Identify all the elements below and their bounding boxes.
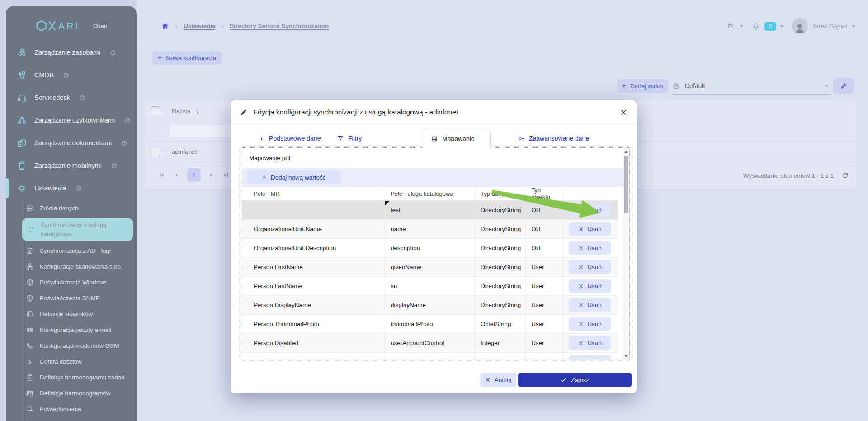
- chevron-down-icon[interactable]: [780, 25, 784, 28]
- row-checkbox[interactable]: [151, 147, 160, 156]
- sidebar-item-zarządzanie-użytkownikami[interactable]: Zarządzanie użytkownikami: [6, 109, 137, 132]
- vertical-scrollbar[interactable]: [623, 148, 629, 360]
- select-all-checkbox[interactable]: [151, 106, 160, 115]
- next-page-icon[interactable]: [208, 172, 215, 178]
- breadcrumb-link-ustawienia[interactable]: Ustawienia: [184, 23, 216, 29]
- prev-page-icon[interactable]: [173, 172, 179, 178]
- topbar-right: PL 0 Jarek Gąsior: [728, 18, 855, 34]
- mapping-row-person-disabled[interactable]: Person.DisableduserAccountControlInteger…: [242, 334, 618, 353]
- page-number-button[interactable]: 1: [187, 168, 201, 182]
- x-icon: [578, 322, 584, 327]
- scrollbar-thumb[interactable]: [624, 156, 628, 213]
- x-icon: [578, 303, 584, 308]
- sidebar-item-zarządzanie-dokumentami[interactable]: Zarządzanie dokumentami: [6, 132, 137, 154]
- mobile-icon: [17, 161, 27, 171]
- sidebar-item-servicedesk[interactable]: Servicedesk: [6, 86, 137, 109]
- avatar[interactable]: [792, 18, 808, 34]
- cancel-button[interactable]: Anuluj: [480, 373, 516, 387]
- x-icon: [578, 208, 584, 213]
- tab-zaawansowane-dane[interactable]: Zaawansowane dane: [518, 129, 589, 148]
- delete-row-button[interactable]: Usuń: [569, 279, 611, 293]
- bell-icon[interactable]: [752, 22, 760, 31]
- mapping-row-person-displayname[interactable]: Person.DisplayNamedisplayNameDirectorySt…: [242, 296, 618, 315]
- mapping-row-person-firstname[interactable]: Person.FirstNamegivenNameDirectoryString…: [242, 258, 618, 277]
- sidebar-subitem-definicja-harmonogramu-zadań[interactable]: Definicja harmonogramu zadań: [6, 369, 137, 385]
- tab-filtry[interactable]: Filtry: [337, 129, 362, 148]
- sidebar-subitem-konfiguracja-modemów-gsm[interactable]: Konfiguracja modemów GSM: [6, 338, 137, 354]
- mapping-row-person-lastname[interactable]: Person.LastNamesnDirectoryStringUserUsuń: [242, 277, 618, 296]
- section-title: Mapowanie pól: [242, 148, 629, 168]
- refresh-icon[interactable]: [841, 171, 849, 180]
- mapping-row-organizationalperson-jobtitle[interactable]: OrganizationalPerson.JobTitletitleDirect…: [242, 353, 618, 360]
- save-button[interactable]: Zapisz: [518, 373, 632, 387]
- phone-icon: [26, 342, 34, 350]
- documents-icon: [17, 138, 27, 148]
- notifications-badge[interactable]: 0: [764, 22, 776, 31]
- home-icon[interactable]: [161, 22, 170, 30]
- sidebar-item-ustawienia[interactable]: Ustawienia: [6, 177, 137, 199]
- mapping-row-organizationalunit-name[interactable]: OrganizationalUnit.NamenameDirectoryStri…: [242, 220, 618, 239]
- sidebar-subitem-synchronizacja-z-ad-logi[interactable]: Synchronizacja z AD - logi: [6, 243, 137, 259]
- add-row-button[interactable]: + Dodaj nową wartość: [247, 170, 341, 184]
- info-icon: i: [258, 135, 265, 142]
- cell-typ-danych: DirectoryString: [475, 296, 526, 315]
- mapping-row-person-thumbnailphoto[interactable]: Person.ThumbnailPhotothumbnailPhotoOctet…: [242, 315, 618, 334]
- breadcrumb-separator: ›: [175, 22, 178, 30]
- cell-typ-danych: DirectoryString: [475, 353, 526, 360]
- delete-row-button[interactable]: Usuń: [569, 317, 611, 331]
- first-page-icon[interactable]: [159, 172, 165, 178]
- logo[interactable]: ARI Oxari: [6, 6, 137, 35]
- cell-pole-ldap: title: [385, 353, 475, 360]
- add-view-button[interactable]: + Dodaj widok: [617, 79, 668, 93]
- scroll-down-icon[interactable]: [623, 353, 629, 359]
- tab-label: Mapowanie: [442, 135, 475, 142]
- delete-row-button[interactable]: Usuń: [569, 355, 611, 360]
- mapping-row-test[interactable]: testDirectoryStringOUUsuń: [242, 201, 618, 220]
- sidebar-main-nav: Zarządzanie zasobamiCMDBServicedeskZarzą…: [6, 41, 137, 199]
- sidebar-subitem-centra-kosztów[interactable]: $Centra kosztów: [6, 354, 137, 369]
- sidebar-item-zarządzanie-mobilnymi[interactable]: Zarządzanie mobilnymi: [6, 154, 137, 177]
- shield-icon: [26, 294, 34, 303]
- sidebar-subitem-poświadczenia-windows[interactable]: Poświadczenia Windows: [6, 274, 137, 290]
- x-icon: [485, 377, 491, 383]
- sidebar-subitem-definicje-harmonogramów[interactable]: Definicje harmonogramów: [6, 385, 137, 401]
- sidebar-item-cmdb[interactable]: CMDB: [6, 64, 137, 86]
- delete-row-button[interactable]: Usuń: [569, 260, 611, 274]
- sidebar-subitem-label: Synchronizacja z usługą katalogową: [41, 221, 128, 238]
- delete-row-button[interactable]: Usuń: [569, 298, 611, 312]
- close-icon[interactable]: [620, 109, 627, 116]
- cell-typ-obiektu: User: [526, 277, 563, 296]
- delete-row-button[interactable]: Usuń: [569, 336, 611, 350]
- sidebar-subitem-definicje-widżetów[interactable]: Definicje widżetów: [6, 417, 137, 421]
- sidebar-item-zarządzanie-zasobami[interactable]: Zarządzanie zasobami: [6, 41, 137, 64]
- x-icon: [578, 341, 584, 346]
- sidebar-subitem-powiadomienia[interactable]: Powiadomienia: [6, 401, 137, 417]
- cell-nazwa: adinfonet: [172, 148, 197, 155]
- cell-actions: Usuń: [563, 277, 618, 296]
- last-page-icon[interactable]: [223, 172, 229, 178]
- column-header-pole-mh: Pole - MH: [242, 187, 385, 201]
- chevron-down-icon[interactable]: [852, 25, 855, 28]
- tab-podstawowe-dane[interactable]: iPodstawowe dane: [258, 129, 321, 148]
- sidebar-subitem-źródła-danych[interactable]: Źródła danych: [6, 200, 137, 216]
- grid-settings-button[interactable]: [833, 78, 854, 94]
- x-icon: [578, 227, 584, 232]
- new-configuration-button[interactable]: + Nowa konfiguracja: [152, 51, 222, 65]
- chevron-down-icon[interactable]: [740, 25, 743, 28]
- delete-row-button[interactable]: Usuń: [569, 222, 611, 236]
- scroll-up-icon[interactable]: [623, 148, 629, 155]
- sidebar-subitem-poświadczenia-snmp[interactable]: Poświadczenia SNMP: [6, 290, 137, 306]
- sidebar-subitem-definicje-słowników[interactable]: Definicje słowników: [6, 306, 137, 322]
- sidebar-subitem-konfiguracje-skanowania-sieci[interactable]: Konfiguracje skanowania sieci: [6, 259, 137, 274]
- column-menu-icon[interactable]: [194, 107, 201, 114]
- sidebar-subitem-synchronizacja-z-usługą-katalogową[interactable]: Synchronizacja z usługą katalogową: [22, 218, 133, 241]
- sidebar-subitem-konfiguracja-poczty-e-mail[interactable]: Konfiguracja poczty e-mail: [6, 322, 137, 338]
- delete-row-button[interactable]: Usuń: [569, 203, 611, 217]
- tab-mapowanie[interactable]: Mapowanie: [423, 129, 491, 148]
- delete-row-button[interactable]: Usuń: [569, 241, 611, 255]
- column-header-nazwa: Nazwa: [172, 108, 190, 114]
- breadcrumb-current[interactable]: Directory Service Synchronization: [230, 23, 329, 29]
- language-selector[interactable]: PL: [728, 23, 736, 30]
- view-selector[interactable]: Default: [672, 78, 831, 95]
- mapping-row-organizationalunit-description[interactable]: OrganizationalUnit.Descriptiondescriptio…: [242, 239, 618, 258]
